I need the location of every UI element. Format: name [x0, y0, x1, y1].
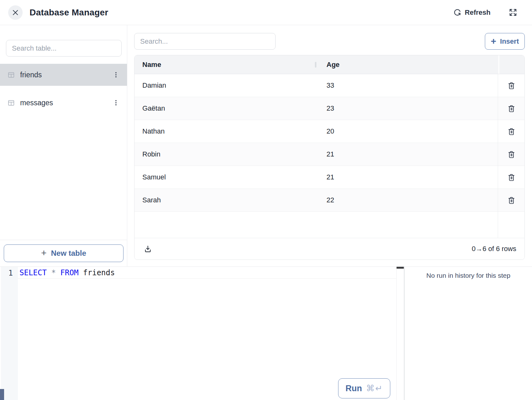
plus-icon: +: [491, 36, 496, 46]
top-bar: Database Manager Refresh: [0, 0, 532, 25]
table-row: Robin21: [134, 143, 524, 166]
kebab-menu-icon: [112, 99, 119, 106]
cell-actions: [498, 143, 524, 166]
cell-age: 22: [315, 189, 498, 211]
table-body: Damian33Gaëtan23Nathan20Robin21Samuel21S…: [134, 74, 524, 212]
cell-actions: [498, 166, 524, 189]
return-icon: ↵: [375, 384, 383, 393]
insert-label: Insert: [500, 37, 519, 46]
kebab-menu-icon: [112, 71, 119, 78]
new-table-label: New table: [51, 249, 86, 258]
cell-age: 23: [315, 97, 498, 120]
download-button[interactable]: [144, 245, 152, 253]
column-header-actions: [498, 55, 524, 74]
delete-row-button[interactable]: [505, 79, 518, 92]
table-header-row: Name Age: [134, 55, 524, 74]
cell-age: 33: [315, 74, 498, 97]
editor-scrollbar[interactable]: [396, 267, 404, 400]
trash-icon: [507, 196, 516, 205]
refresh-button[interactable]: Refresh: [453, 8, 491, 17]
sql-token: [56, 268, 60, 277]
cell-name: Nathan: [134, 120, 315, 143]
run-history-panel: No run in history for this step: [405, 267, 532, 400]
cell-actions: [498, 120, 524, 143]
cell-age: 21: [315, 166, 498, 189]
sql-token: friends: [83, 268, 115, 277]
sql-token: [47, 268, 51, 277]
cell-age: 21: [315, 143, 498, 166]
trash-icon: [507, 81, 516, 90]
sql-token: SELECT: [19, 268, 47, 277]
sidebar-item-messages[interactable]: messages: [0, 92, 127, 114]
table-options-button[interactable]: [112, 71, 119, 78]
table-search-input[interactable]: [6, 40, 122, 57]
table-row: Damian33: [134, 74, 524, 97]
table-row: Samuel21: [134, 166, 524, 189]
table-empty-space: [134, 212, 524, 238]
insert-button[interactable]: + Insert: [485, 33, 525, 50]
table-row: Sarah22: [134, 189, 524, 212]
fullscreen-icon: [509, 8, 517, 17]
download-icon: [144, 245, 152, 253]
line-number: 1: [1, 267, 18, 277]
cell-age: 20: [315, 120, 498, 143]
sidebar-item-friends[interactable]: friends: [0, 64, 127, 86]
scrollbar-thumb[interactable]: [397, 267, 404, 269]
shortcut-hint: ⌘↵: [366, 383, 383, 393]
command-icon: ⌘: [366, 384, 375, 393]
rows-count-label: 0→6 of 6 rows: [472, 245, 516, 253]
delete-row-button[interactable]: [505, 148, 518, 161]
cell-name: Sarah: [134, 189, 315, 211]
delete-row-button[interactable]: [505, 125, 518, 138]
run-button[interactable]: Run ⌘↵: [338, 378, 390, 398]
trash-icon: [507, 173, 516, 182]
editor-gutter: 1: [1, 267, 18, 400]
delete-row-button[interactable]: [505, 102, 518, 115]
column-header-age[interactable]: Age: [315, 55, 498, 74]
main-panel: + Insert Name Age Damian33Gaëtan23Nathan…: [127, 25, 532, 266]
sql-editor-section: 1 SELECT * FROM friends No run in histor…: [0, 266, 532, 400]
table-icon: [8, 99, 15, 107]
table-list: friendsmessages: [0, 64, 127, 114]
table-name-label: messages: [20, 99, 53, 107]
table-row: Gaëtan23: [134, 97, 524, 120]
refresh-icon: [453, 8, 461, 16]
sql-token: *: [51, 268, 56, 277]
sql-token: [79, 268, 83, 277]
run-label: Run: [345, 384, 362, 393]
history-empty-message: No run in history for this step: [405, 267, 532, 279]
refresh-label: Refresh: [465, 8, 491, 17]
cell-actions: [498, 74, 524, 97]
sidebar: friendsmessages + New table: [0, 25, 127, 266]
scroll-handle[interactable]: [0, 389, 4, 400]
page-title: Database Manager: [30, 8, 108, 18]
database-manager-window: Database Manager Refresh: [0, 0, 532, 400]
table-row: Nathan20: [134, 120, 524, 143]
delete-row-button[interactable]: [505, 194, 518, 206]
delete-row-button[interactable]: [505, 171, 518, 184]
cell-name: Robin: [134, 143, 315, 166]
new-table-button[interactable]: + New table: [4, 244, 123, 262]
table-options-button[interactable]: [112, 99, 119, 106]
data-search-input[interactable]: [134, 33, 276, 50]
column-header-name[interactable]: Name: [134, 55, 315, 74]
table-name-label: friends: [20, 71, 42, 79]
close-icon: [12, 9, 19, 16]
data-toolbar: + Insert: [134, 33, 525, 50]
cell-name: Samuel: [134, 166, 315, 189]
data-table: Name Age Damian33Gaëtan23Nathan20Robin21…: [134, 55, 525, 260]
top-bar-actions: Refresh: [453, 8, 517, 17]
code-line: SELECT * FROM friends: [18, 267, 396, 279]
table-icon: [8, 71, 15, 79]
sidebar-bottom: + New table: [0, 240, 127, 266]
plus-icon: +: [41, 248, 47, 258]
cell-actions: [498, 97, 524, 120]
fullscreen-button[interactable]: [509, 8, 517, 17]
cell-actions: [498, 189, 524, 211]
trash-icon: [507, 127, 516, 136]
close-button[interactable]: [8, 5, 23, 20]
table-footer: 0→6 of 6 rows: [134, 238, 524, 260]
sql-token: FROM: [60, 268, 79, 277]
cell-name: Gaëtan: [134, 97, 315, 120]
cell-name: Damian: [134, 74, 315, 97]
